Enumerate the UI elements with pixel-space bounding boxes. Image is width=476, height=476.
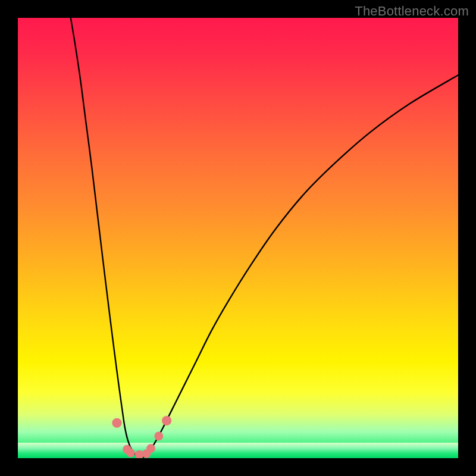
left-curve	[71, 18, 140, 458]
curves-svg	[18, 18, 458, 458]
marker-right-tip-1	[146, 444, 155, 453]
marker-bottom-2	[126, 449, 135, 458]
marker-right-tip-2	[154, 432, 163, 441]
curve-layer	[71, 18, 458, 458]
marker-left-tip	[112, 418, 121, 428]
chart-frame: TheBottleneck.com	[0, 0, 476, 476]
right-curve	[143, 75, 458, 457]
marker-layer	[112, 416, 171, 458]
marker-right-tip-3	[162, 416, 171, 425]
plot-area	[18, 18, 458, 458]
watermark-text: TheBottleneck.com	[355, 4, 469, 19]
